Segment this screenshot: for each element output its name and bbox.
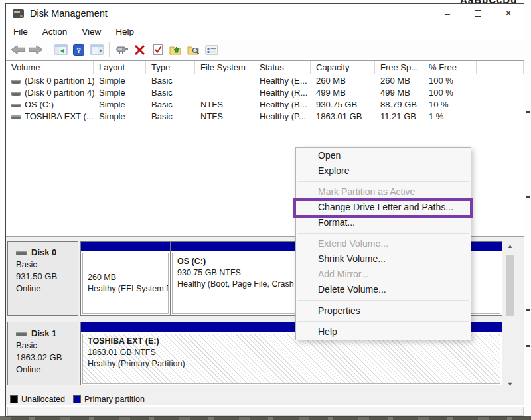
background-fragment <box>526 196 530 198</box>
menu-separator <box>297 321 469 322</box>
help-icon[interactable]: ? <box>70 42 88 58</box>
column-header-free-space[interactable]: Free Sp... <box>375 61 423 74</box>
forward-icon[interactable] <box>27 42 44 58</box>
maximize-icon <box>475 10 481 17</box>
check-document-icon[interactable] <box>149 42 167 58</box>
menu-item-open[interactable]: Open <box>296 148 471 163</box>
context-menu: Open Explore Mark Partition as Active Ch… <box>295 147 471 340</box>
menu-help[interactable]: Help <box>108 24 141 39</box>
column-header-volume[interactable]: Volume <box>6 61 94 74</box>
screen: AaBbCcDd Disk Management – × File Action… <box>0 0 531 420</box>
menu-file[interactable]: File <box>6 24 35 39</box>
column-header-layout[interactable]: Layout <box>94 61 146 74</box>
svg-text:?: ? <box>76 46 81 54</box>
menu-item-explore[interactable]: Explore <box>296 163 471 178</box>
menu-item-change-drive-letter[interactable]: Change Drive Letter and Paths... <box>296 200 471 215</box>
disk0-name: Disk 0 <box>31 247 56 259</box>
menu-separator <box>297 300 469 301</box>
legend-primary-partition: Primary partition <box>73 395 145 404</box>
back-icon[interactable] <box>9 42 27 58</box>
volume-row[interactable]: OS (C:) Simple Basic NTFS Healthy (B... … <box>6 98 524 110</box>
status-bar <box>7 407 524 416</box>
disk1-kind: Basic <box>16 340 74 352</box>
scroll-down-icon[interactable]: ▼ <box>504 379 516 389</box>
partition-color-bar <box>81 242 170 251</box>
action-pane-icon[interactable] <box>88 42 106 58</box>
legend-unallocated: Unallocated <box>10 395 65 404</box>
volume-row-selected[interactable]: TOSHIBA EXT (... Simple Basic NTFS Healt… <box>6 110 524 122</box>
volume-icon <box>11 92 21 96</box>
volume-icon <box>11 115 21 119</box>
scroll-thumb[interactable] <box>506 255 514 316</box>
legend-label: Unallocated <box>21 395 65 404</box>
disk0-size: 931.50 GB <box>16 271 74 283</box>
menu-action[interactable]: Action <box>35 24 75 39</box>
legend-bar: Unallocated Primary partition <box>6 393 524 405</box>
column-header-filler <box>477 61 524 74</box>
legend-label: Primary partition <box>84 395 145 404</box>
partition-status: Healthy (Primary Partition) <box>88 358 498 370</box>
background-fragment <box>526 345 530 347</box>
folder-search-icon[interactable] <box>185 42 202 58</box>
window-title: Disk Management <box>30 8 108 19</box>
column-header-capacity[interactable]: Capacity <box>311 61 375 74</box>
menu-item-format[interactable]: Format... <box>296 215 471 230</box>
disk-pane-scrollbar[interactable]: ▲ ▼ <box>504 240 515 391</box>
titlebar[interactable]: Disk Management – × <box>6 4 524 23</box>
column-header-status[interactable]: Status <box>254 61 311 74</box>
menu-item-extend-volume: Extend Volume... <box>296 236 471 251</box>
menu-item-add-mirror: Add Mirror... <box>296 267 471 282</box>
delete-icon[interactable] <box>131 42 149 58</box>
volume-row[interactable]: (Disk 0 partition 4) Simple Basic Health… <box>6 86 524 98</box>
volume-name: TOSHIBA EXT (... <box>25 111 94 121</box>
column-header-type[interactable]: Type <box>146 61 195 74</box>
disk1-size: 1863.02 GB <box>16 352 74 364</box>
disk0-status: Online <box>16 283 74 295</box>
close-button[interactable]: × <box>493 4 524 23</box>
device-icon[interactable] <box>113 42 131 58</box>
maximize-button[interactable] <box>463 4 493 23</box>
menu-separator <box>297 233 469 234</box>
menu-view[interactable]: View <box>74 24 108 39</box>
volume-name: OS (C:) <box>25 100 54 109</box>
background-fragment <box>526 111 530 113</box>
disk0-partition-efi[interactable]: 260 MB Healthy (EFI System P <box>81 242 171 315</box>
disk0-kind: Basic <box>16 259 74 271</box>
disk-management-app-icon <box>13 9 24 18</box>
scroll-up-icon[interactable]: ▲ <box>504 241 516 251</box>
disk-icon <box>16 332 27 336</box>
volume-name: (Disk 0 partition 4) <box>25 88 94 98</box>
minimize-button[interactable]: – <box>432 4 463 23</box>
menubar: File Action View Help <box>6 23 524 40</box>
column-header-percent-free[interactable]: % Free <box>423 61 477 74</box>
menu-item-delete-volume[interactable]: Delete Volume... <box>296 282 471 297</box>
folder-open-icon[interactable] <box>167 42 185 58</box>
legend-swatch-unallocated <box>10 395 18 403</box>
column-header-file-system[interactable]: File System <box>195 61 254 74</box>
legend-swatch-primary <box>73 395 81 403</box>
partition-size: 1863.01 GB NTFS <box>88 347 498 358</box>
volume-list-header: Volume Layout Type File System Status Ca… <box>6 61 524 74</box>
disk1-name: Disk 1 <box>31 328 56 340</box>
menu-item-properties[interactable]: Properties <box>296 303 471 318</box>
volume-name: (Disk 0 partition 1) <box>25 76 94 86</box>
properties-list-icon[interactable] <box>202 42 220 58</box>
disk0-card[interactable]: Disk 0 Basic 931.50 GB Online <box>7 241 78 316</box>
menu-item-help[interactable]: Help <box>296 324 471 340</box>
menu-item-shrink-volume[interactable]: Shrink Volume... <box>296 251 471 267</box>
menu-separator <box>297 181 469 182</box>
toolbar-separator <box>109 42 110 57</box>
volume-row[interactable]: (Disk 0 partition 1) Simple Basic Health… <box>6 74 524 86</box>
toolbar: ? <box>6 40 524 60</box>
background-fragment <box>526 309 530 311</box>
partition-status: Healthy (EFI System P <box>88 283 167 295</box>
toolbar-separator <box>48 42 48 57</box>
menu-item-mark-partition-active: Mark Partition as Active <box>296 184 471 200</box>
disk1-status: Online <box>16 364 74 376</box>
volume-icon <box>11 104 21 107</box>
volume-icon <box>11 80 21 84</box>
disk1-card[interactable]: Disk 1 Basic 1863.02 GB Online <box>7 322 78 385</box>
console-tree-icon[interactable] <box>52 42 70 58</box>
partition-size: 260 MB <box>88 272 167 283</box>
disk-icon <box>16 251 27 255</box>
